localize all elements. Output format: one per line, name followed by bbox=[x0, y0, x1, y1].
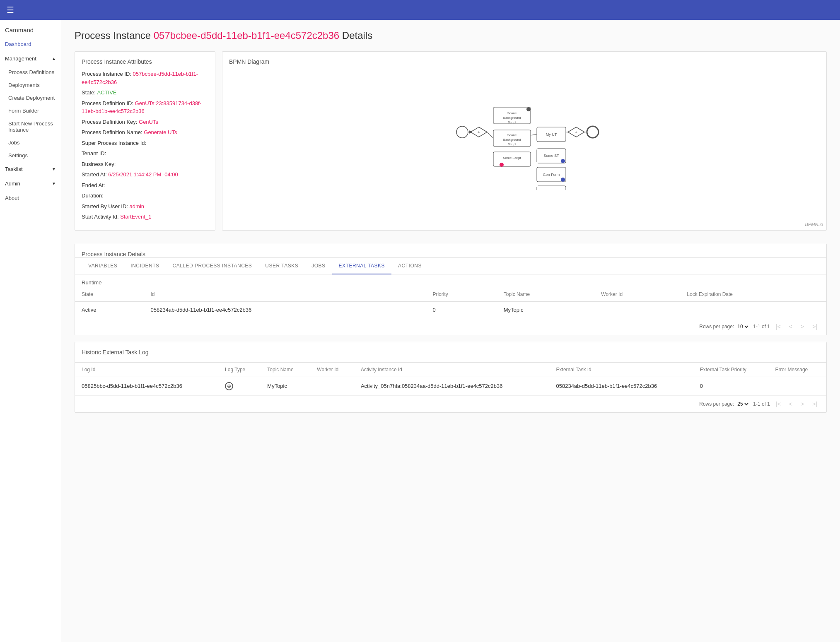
tab-external-tasks[interactable]: EXTERNAL TASKS bbox=[332, 258, 391, 274]
svg-text:Background: Background bbox=[503, 138, 521, 142]
chevron-down-icon: ▼ bbox=[52, 181, 56, 186]
runtime-label: Runtime bbox=[75, 274, 826, 287]
svg-text:+: + bbox=[575, 130, 577, 135]
col-error-message: Error Message bbox=[769, 363, 826, 377]
svg-text:Script: Script bbox=[508, 120, 517, 124]
attr-definition-key: Process Definition Key: GenUTs bbox=[82, 118, 208, 126]
cell-topic-name: MyTopic bbox=[497, 301, 595, 318]
sidebar-item-management[interactable]: Management ▲ bbox=[0, 51, 61, 66]
svg-point-20 bbox=[587, 126, 599, 138]
details-header: Process Instance Details bbox=[75, 244, 826, 258]
svg-text:Script: Script bbox=[508, 142, 517, 146]
historic-log-header: Historic External Task Log bbox=[75, 342, 826, 363]
tab-called-process-instances[interactable]: CALLED PROCESS INSTANCES bbox=[166, 258, 258, 274]
sidebar-item-create-deployment[interactable]: Create Deployment bbox=[0, 91, 61, 104]
cell-external-task-id: 058234ab-d5dd-11eb-b1f1-ee4c572c2b36 bbox=[550, 377, 693, 395]
pagination-last-historic[interactable]: >| bbox=[810, 399, 820, 409]
pagination-prev[interactable]: < bbox=[787, 322, 795, 332]
sidebar-item-settings[interactable]: Settings bbox=[0, 149, 61, 162]
sidebar-item-jobs[interactable]: Jobs bbox=[0, 136, 61, 149]
bpmn-svg: + Scone Background Script Scone Backgrou… bbox=[437, 74, 611, 190]
svg-text:Scone: Scone bbox=[507, 111, 517, 115]
svg-rect-27 bbox=[537, 186, 566, 190]
pagination-first[interactable]: |< bbox=[773, 322, 783, 332]
col-external-task-id: External Task Id bbox=[550, 363, 693, 377]
attr-started-at: Started At: 6/25/2021 1:44:42 PM -04:00 bbox=[82, 171, 208, 179]
bpmn-watermark: BPMN.io bbox=[805, 222, 823, 227]
pagination-next[interactable]: > bbox=[798, 322, 806, 332]
cell-external-task-priority: 0 bbox=[693, 377, 769, 395]
sidebar-item-process-definitions[interactable]: Process Definitions bbox=[0, 66, 61, 79]
table-row: 05825bbc-d5dd-11eb-b1f1-ee4c572c2b36 ⊕ M… bbox=[75, 377, 826, 395]
attributes-card: Process Instance Attributes Process Inst… bbox=[75, 51, 215, 231]
svg-text:Some ST: Some ST bbox=[543, 154, 559, 158]
svg-line-31 bbox=[531, 134, 537, 135]
svg-text:Some Script: Some Script bbox=[503, 156, 521, 160]
sidebar-item-about[interactable]: About bbox=[0, 191, 61, 205]
pagination-range-historic: 1-1 of 1 bbox=[753, 401, 770, 407]
cell-error-message bbox=[769, 377, 826, 395]
col-priority: Priority bbox=[426, 287, 497, 302]
table-row: Active 058234ab-d5dd-11eb-b1f1-ee4c572c2… bbox=[75, 301, 826, 318]
svg-text:Background: Background bbox=[503, 116, 521, 120]
col-worker-id: Worker Id bbox=[594, 287, 680, 302]
attr-super-process: Super Process Instance Id: bbox=[82, 139, 208, 147]
pagination-first-historic[interactable]: |< bbox=[773, 399, 783, 409]
svg-text:Gen Form: Gen Form bbox=[543, 173, 560, 177]
tab-user-tasks[interactable]: USER TASKS bbox=[258, 258, 305, 274]
svg-text:My UT: My UT bbox=[546, 132, 557, 137]
sidebar-item-tasklist[interactable]: Tasklist ▼ bbox=[0, 162, 61, 176]
attr-instance-id: Process Instance ID: 057bcbee-d5dd-11eb-… bbox=[82, 70, 208, 86]
cell-log-id: 05825bbc-d5dd-11eb-b1f1-ee4c572c2b36 bbox=[75, 377, 218, 395]
bpmn-card-title: BPMN Diagram bbox=[229, 58, 820, 65]
historic-log-pagination: Rows per page: 25 10 50 1-1 of 1 |< < > … bbox=[75, 396, 826, 412]
menu-icon[interactable]: ☰ bbox=[7, 5, 14, 15]
pagination-last[interactable]: >| bbox=[810, 322, 820, 332]
cell-activity-instance-id: Activity_05n7hfa:058234aa-d5dd-11eb-b1f1… bbox=[354, 377, 550, 395]
rows-per-page-select-historic[interactable]: 25 10 50 bbox=[736, 401, 750, 407]
sidebar-item-admin[interactable]: Admin ▼ bbox=[0, 176, 61, 191]
col-id: Id bbox=[144, 287, 426, 302]
tab-actions[interactable]: ACTIONS bbox=[391, 258, 428, 274]
attr-tenant-id: Tenant ID: bbox=[82, 149, 208, 158]
tabs-row: VARIABLES INCIDENTS CALLED PROCESS INSTA… bbox=[75, 258, 826, 274]
sidebar-item-dashboard[interactable]: Dashboard bbox=[0, 37, 61, 51]
col-worker-id: Worker Id bbox=[310, 363, 354, 377]
cell-state: Active bbox=[75, 301, 144, 318]
attr-state: State: ACTIVE bbox=[82, 89, 208, 97]
chevron-up-icon: ▲ bbox=[52, 56, 56, 61]
pagination-prev-historic[interactable]: < bbox=[787, 399, 795, 409]
sidebar: Cammand Dashboard Management ▲ Process D… bbox=[0, 20, 61, 642]
sidebar-item-form-builder[interactable]: Form Builder bbox=[0, 104, 61, 117]
pagination-next-historic[interactable]: > bbox=[798, 399, 806, 409]
attr-duration: Duration: bbox=[82, 192, 208, 200]
tab-variables[interactable]: VARIABLES bbox=[82, 258, 124, 274]
tab-jobs[interactable]: JOBS bbox=[305, 258, 332, 274]
pagination-range: 1-1 of 1 bbox=[753, 324, 770, 329]
cell-log-type: ⊕ bbox=[218, 377, 261, 395]
col-log-type: Log Type bbox=[218, 363, 261, 377]
sidebar-item-deployments[interactable]: Deployments bbox=[0, 79, 61, 91]
svg-text:Scone: Scone bbox=[507, 133, 517, 137]
attr-business-key: Business Key: bbox=[82, 160, 208, 168]
cell-id: 058234ab-d5dd-11eb-b1f1-ee4c572c2b36 bbox=[144, 301, 426, 318]
svg-point-23 bbox=[561, 159, 565, 163]
rows-per-page-label: Rows per page: bbox=[699, 324, 734, 329]
bpmn-card: BPMN Diagram + Scone Backgro bbox=[222, 51, 827, 231]
bpmn-diagram: + Scone Background Script Scone Backgrou… bbox=[229, 70, 820, 194]
external-tasks-table: State Id Priority Topic Name Worker Id L… bbox=[75, 287, 826, 318]
tab-incidents[interactable]: INCIDENTS bbox=[124, 258, 166, 274]
main-content: Process Instance 057bcbee-d5dd-11eb-b1f1… bbox=[61, 20, 840, 642]
attr-definition-name: Process Definition Name: Generate UTs bbox=[82, 128, 208, 137]
svg-point-15 bbox=[500, 163, 504, 167]
rows-per-page: Rows per page: 10 25 50 bbox=[699, 323, 750, 330]
page-title: Process Instance 057bcbee-d5dd-11eb-b1f1… bbox=[75, 30, 827, 41]
rows-per-page-select[interactable]: 10 25 50 bbox=[736, 323, 750, 330]
svg-text:+: + bbox=[478, 130, 480, 135]
col-log-id: Log Id bbox=[75, 363, 218, 377]
attr-definition-id: Process Definition ID: GenUTs:23:8359173… bbox=[82, 99, 208, 115]
attr-ended-at: Ended At: bbox=[82, 181, 208, 190]
cell-lock-expiration bbox=[680, 301, 826, 318]
sidebar-item-start-new-process[interactable]: Start New Process Instance bbox=[0, 117, 61, 136]
cell-priority: 0 bbox=[426, 301, 497, 318]
